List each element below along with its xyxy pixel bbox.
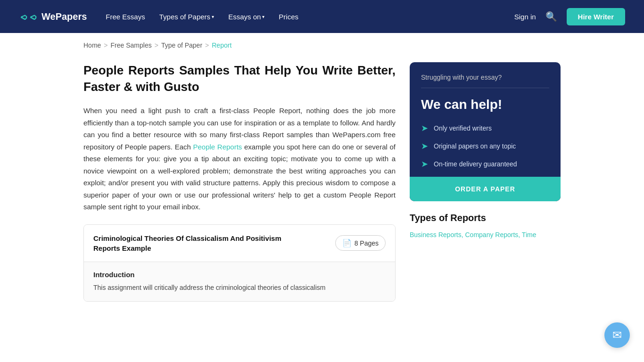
people-reports-link[interactable]: People Reports xyxy=(193,143,242,151)
signin-link[interactable]: Sign in xyxy=(514,13,536,21)
nav-types-of-papers[interactable]: Types of Papers ▾ xyxy=(159,13,214,21)
help-feature-label-3: On-time delivery guaranteed xyxy=(434,160,517,168)
help-box-subtitle: Struggling with your essay? xyxy=(421,74,549,81)
help-feature-label-1: Only verified writers xyxy=(434,124,492,132)
type-link-business[interactable]: Business Reports xyxy=(410,231,462,239)
help-box-divider xyxy=(421,88,549,88)
paper-pages-badge: 📄 8 Pages xyxy=(335,235,386,251)
help-feature-2: ➤ Original papers on any topic xyxy=(421,141,549,151)
chevron-down-icon: ▾ xyxy=(262,14,264,19)
intro-paragraph: When you need a light push to craft a fi… xyxy=(83,105,396,213)
type-link-company[interactable]: Company Reports xyxy=(465,231,519,239)
breadcrumb-sep-1: > xyxy=(104,41,107,49)
hire-writer-button[interactable]: Hire Writer xyxy=(567,8,625,25)
nav-free-essays[interactable]: Free Essays xyxy=(106,13,145,21)
nav-prices[interactable]: Prices xyxy=(279,13,298,21)
check-icon-2: ➤ xyxy=(421,141,428,151)
chevron-down-icon: ▾ xyxy=(212,14,214,19)
main-container: People Reports Samples That Help You Wri… xyxy=(0,58,644,321)
help-box: Struggling with your essay? We can help!… xyxy=(410,62,561,201)
breadcrumb-free-samples[interactable]: Free Samples xyxy=(111,41,152,49)
paper-card-title: Criminological Theories Of Classicalism … xyxy=(93,233,305,253)
paper-card-body: Introduction This assignment will critic… xyxy=(84,262,395,301)
nav-right: Sign in 🔍 Hire Writer xyxy=(514,8,625,25)
paper-card-header: Criminological Theories Of Classicalism … xyxy=(84,225,395,262)
nav-links: Free Essays Types of Papers ▾ Essays on … xyxy=(106,13,514,21)
paper-card: Criminological Theories Of Classicalism … xyxy=(83,224,396,302)
breadcrumb-home[interactable]: Home xyxy=(83,41,101,49)
breadcrumb: Home > Free Samples > Type of Paper > Re… xyxy=(0,33,644,58)
order-paper-button[interactable]: ORDER A PAPER xyxy=(410,177,561,201)
paper-card-excerpt: This assignment will critically address … xyxy=(93,282,386,293)
document-icon: 📄 xyxy=(342,239,352,247)
nav-essays-on[interactable]: Essays on ▾ xyxy=(228,13,264,21)
breadcrumb-sep-2: > xyxy=(155,41,158,49)
logo-icon: ⪦⪦ xyxy=(19,10,38,23)
type-link-time[interactable]: Time xyxy=(522,231,537,239)
paper-card-intro-label: Introduction xyxy=(93,271,386,279)
types-section: Types of Reports Business Reports, Compa… xyxy=(410,213,561,241)
help-feature-label-2: Original papers on any topic xyxy=(434,142,516,150)
sidebar: Struggling with your essay? We can help!… xyxy=(410,62,561,241)
breadcrumb-type-of-paper[interactable]: Type of Paper xyxy=(161,41,202,49)
navbar: ⪦⪦ WePapers Free Essays Types of Papers … xyxy=(0,0,644,33)
page-title: People Reports Samples That Help You Wri… xyxy=(83,62,396,95)
logo-text: WePapers xyxy=(41,11,87,22)
breadcrumb-current: Report xyxy=(212,41,231,49)
check-icon-3: ➤ xyxy=(421,159,428,169)
logo-link[interactable]: ⪦⪦ WePapers xyxy=(19,10,87,23)
content-left: People Reports Samples That Help You Wri… xyxy=(83,62,396,302)
help-feature-3: ➤ On-time delivery guaranteed xyxy=(421,159,549,169)
check-icon-1: ➤ xyxy=(421,123,428,133)
help-box-title: We can help! xyxy=(421,97,549,113)
paper-pages-count: 8 Pages xyxy=(355,239,379,247)
search-icon[interactable]: 🔍 xyxy=(545,11,557,22)
types-title: Types of Reports xyxy=(410,213,561,223)
help-feature-1: ➤ Only verified writers xyxy=(421,123,549,133)
breadcrumb-sep-3: > xyxy=(205,41,209,49)
types-links: Business Reports, Company Reports, Time xyxy=(410,229,561,241)
